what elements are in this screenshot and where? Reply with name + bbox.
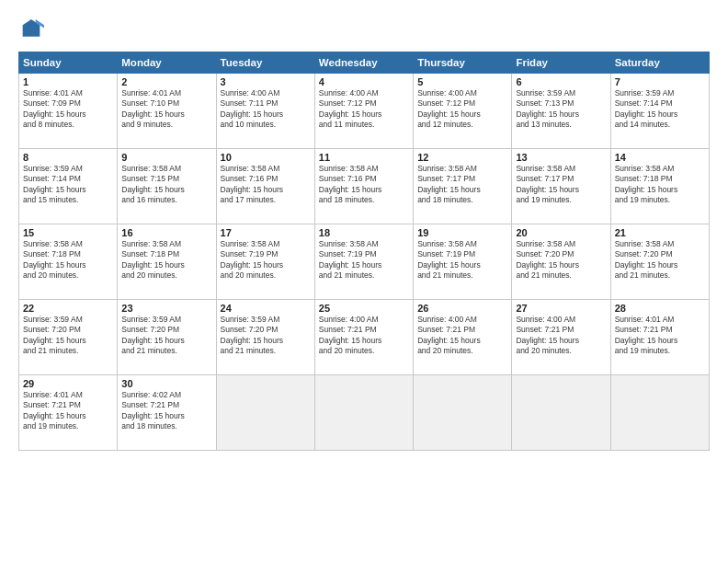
table-row: 11Sunrise: 3:58 AMSunset: 7:16 PMDayligh…: [314, 149, 413, 224]
table-row: 26Sunrise: 4:00 AMSunset: 7:21 PMDayligh…: [414, 300, 512, 375]
table-row: 23Sunrise: 3:59 AMSunset: 7:20 PMDayligh…: [118, 300, 216, 375]
table-row: 3Sunrise: 4:00 AMSunset: 7:11 PMDaylight…: [216, 74, 314, 149]
table-row: 25Sunrise: 4:00 AMSunset: 7:21 PMDayligh…: [314, 300, 413, 375]
week-row-2: 8Sunrise: 3:59 AMSunset: 7:14 PMDaylight…: [19, 149, 710, 224]
table-row: 30Sunrise: 4:02 AMSunset: 7:21 PMDayligh…: [118, 375, 216, 451]
table-row: [414, 375, 512, 451]
table-row: 15Sunrise: 3:58 AMSunset: 7:18 PMDayligh…: [19, 224, 118, 300]
table-row: 14Sunrise: 3:58 AMSunset: 7:18 PMDayligh…: [610, 149, 709, 224]
table-row: 6Sunrise: 3:59 AMSunset: 7:13 PMDaylight…: [512, 74, 610, 149]
table-row: [512, 375, 610, 451]
table-row: 20Sunrise: 3:58 AMSunset: 7:20 PMDayligh…: [512, 224, 610, 300]
col-header-wednesday: Wednesday: [314, 52, 413, 74]
col-header-monday: Monday: [118, 52, 216, 74]
col-header-saturday: Saturday: [610, 52, 709, 74]
page: SundayMondayTuesdayWednesdayThursdayFrid…: [0, 0, 728, 563]
logo-icon: [18, 17, 44, 42]
table-row: 7Sunrise: 3:59 AMSunset: 7:14 PMDaylight…: [610, 74, 709, 149]
table-row: 22Sunrise: 3:59 AMSunset: 7:20 PMDayligh…: [19, 300, 118, 375]
table-row: 29Sunrise: 4:01 AMSunset: 7:21 PMDayligh…: [19, 375, 118, 451]
table-row: 1Sunrise: 4:01 AMSunset: 7:09 PMDaylight…: [19, 74, 118, 149]
week-row-1: 1Sunrise: 4:01 AMSunset: 7:09 PMDaylight…: [19, 74, 710, 149]
table-row: 13Sunrise: 3:58 AMSunset: 7:17 PMDayligh…: [512, 149, 610, 224]
table-row: 19Sunrise: 3:58 AMSunset: 7:19 PMDayligh…: [414, 224, 512, 300]
table-row: 2Sunrise: 4:01 AMSunset: 7:10 PMDaylight…: [118, 74, 216, 149]
table-row: [610, 375, 709, 451]
table-row: 5Sunrise: 4:00 AMSunset: 7:12 PMDaylight…: [414, 74, 512, 149]
table-row: 10Sunrise: 3:58 AMSunset: 7:16 PMDayligh…: [216, 149, 314, 224]
week-row-5: 29Sunrise: 4:01 AMSunset: 7:21 PMDayligh…: [19, 375, 710, 451]
table-row: 18Sunrise: 3:58 AMSunset: 7:19 PMDayligh…: [314, 224, 413, 300]
table-row: 21Sunrise: 3:58 AMSunset: 7:20 PMDayligh…: [610, 224, 709, 300]
table-row: 12Sunrise: 3:58 AMSunset: 7:17 PMDayligh…: [414, 149, 512, 224]
week-row-3: 15Sunrise: 3:58 AMSunset: 7:18 PMDayligh…: [19, 224, 710, 300]
logo: [18, 17, 48, 42]
col-header-thursday: Thursday: [414, 52, 512, 74]
table-row: 27Sunrise: 4:00 AMSunset: 7:21 PMDayligh…: [512, 300, 610, 375]
table-row: [216, 375, 314, 451]
table-row: 8Sunrise: 3:59 AMSunset: 7:14 PMDaylight…: [19, 149, 118, 224]
table-row: 28Sunrise: 4:01 AMSunset: 7:21 PMDayligh…: [610, 300, 709, 375]
calendar: SundayMondayTuesdayWednesdayThursdayFrid…: [18, 52, 710, 451]
col-header-sunday: Sunday: [19, 52, 118, 74]
week-row-4: 22Sunrise: 3:59 AMSunset: 7:20 PMDayligh…: [19, 300, 710, 375]
table-row: 17Sunrise: 3:58 AMSunset: 7:19 PMDayligh…: [216, 224, 314, 300]
table-row: 9Sunrise: 3:58 AMSunset: 7:15 PMDaylight…: [118, 149, 216, 224]
col-header-friday: Friday: [512, 52, 610, 74]
table-row: 16Sunrise: 3:58 AMSunset: 7:18 PMDayligh…: [118, 224, 216, 300]
table-row: 24Sunrise: 3:59 AMSunset: 7:20 PMDayligh…: [216, 300, 314, 375]
header: [18, 17, 710, 42]
table-row: [314, 375, 413, 451]
calendar-header-row: SundayMondayTuesdayWednesdayThursdayFrid…: [19, 52, 710, 74]
col-header-tuesday: Tuesday: [216, 52, 314, 74]
table-row: 4Sunrise: 4:00 AMSunset: 7:12 PMDaylight…: [314, 74, 413, 149]
